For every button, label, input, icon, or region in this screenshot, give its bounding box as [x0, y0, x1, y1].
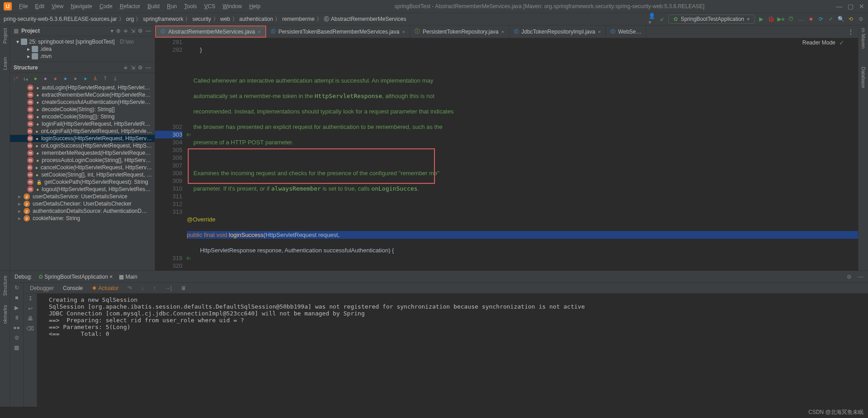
structure-field[interactable]: ▸pauthenticationDetailsSource: Authentic… [10, 207, 155, 215]
menu-window[interactable]: Window [220, 2, 245, 10]
tree-node[interactable]: .mvn [40, 53, 52, 59]
structure-method[interactable]: m●encodeCookie(String[]): String [10, 113, 155, 120]
autoscroll-icon[interactable]: ⤒ [102, 75, 109, 82]
tool-learn[interactable]: Learn [2, 57, 8, 70]
close-icon[interactable]: ✕ [859, 3, 864, 10]
structure-method[interactable]: m●decodeCookie(String): String[] [10, 106, 155, 113]
tool-structure[interactable]: Structure [2, 275, 8, 296]
print-icon[interactable]: 🖶 [28, 315, 33, 322]
show-props-icon[interactable]: ● [42, 75, 49, 82]
clear-icon[interactable]: ⌫ [26, 325, 34, 332]
collapse-icon[interactable]: ≑ [123, 64, 128, 71]
tab-console[interactable]: Console [63, 285, 83, 291]
gear-icon[interactable]: ⚙ [138, 28, 143, 34]
menu-tools[interactable]: Tools [181, 2, 200, 10]
minimize-icon[interactable]: — [836, 3, 842, 10]
user-icon[interactable]: 👤▾ [649, 15, 656, 23]
menu-refactor[interactable]: Refactor [117, 2, 143, 10]
rerun-button[interactable]: ↻ [15, 285, 19, 291]
menu-code[interactable]: Code [97, 2, 115, 10]
structure-field[interactable]: ▸puserDetailsChecker: UserDetailsChecker [10, 200, 155, 207]
run-button[interactable]: ▶ [757, 15, 765, 23]
gear-icon[interactable]: ⚙ [138, 64, 143, 71]
show-methods-icon[interactable]: ● [52, 75, 59, 82]
structure-method[interactable]: m●rememberMeRequested(HttpServletReque… [10, 149, 155, 157]
sync-icon[interactable]: ⟲ [847, 15, 854, 23]
commit-icon[interactable]: ✓ [827, 15, 834, 23]
structure-method[interactable]: m●loginSuccess(HttpServletRequest, HttpS… [10, 135, 155, 142]
crumb[interactable]: rememberme [282, 16, 314, 22]
tab-active[interactable]: ⓒAbstractRememberMeServices.java× [155, 25, 266, 38]
scroll-to-end-icon[interactable]: ↧ [28, 295, 33, 302]
structure-method[interactable]: m●onLoginFail(HttpServletRequest, HttpSe… [10, 128, 155, 135]
menu-run[interactable]: Run [164, 2, 180, 10]
collapse-icon[interactable]: ≑ [123, 28, 128, 34]
expand-icon[interactable]: ⇲ [131, 64, 135, 71]
breadcrumb[interactable]: pring-security-web-5.3.6.RELEASE-sources… [4, 15, 406, 23]
structure-method[interactable]: m●logout(HttpServletRequest, HttpServlet… [10, 186, 155, 193]
project-tree[interactable]: ▾25: springboot-test [springBootTest] D:… [10, 36, 155, 62]
stop-button[interactable]: ■ [15, 295, 18, 301]
menu-file[interactable]: File [16, 2, 30, 10]
debug-button[interactable]: 🐞 [767, 15, 775, 23]
chevron-down-icon[interactable]: ▾ [111, 28, 113, 34]
tool-bookmarks[interactable]: okmarks [2, 305, 8, 324]
close-tab-icon[interactable]: × [598, 29, 600, 34]
console-output[interactable]: Creating a new SqlSession SqlSession [or… [37, 294, 868, 407]
view-breakpoints-button[interactable]: ●● [13, 325, 20, 331]
menu-help[interactable]: Help [246, 2, 263, 10]
autoscroll-from-icon[interactable]: ⤓ [112, 75, 119, 82]
menu-navigate[interactable]: Navigate [68, 2, 95, 10]
pause-button[interactable]: ⏸ [14, 315, 20, 321]
tab-debugger[interactable]: Debugger [30, 285, 54, 291]
close-tab-icon[interactable]: × [501, 29, 504, 34]
menu-vcs[interactable]: VCS [201, 2, 218, 10]
source[interactable]: } Called whenever an interactive authent… [187, 38, 858, 270]
run-to-cursor-icon[interactable]: →| [165, 285, 171, 291]
tab[interactable]: ⓒJdbcTokenRepositoryImpl.java× [509, 25, 606, 38]
tree-node[interactable]: .idea [40, 46, 52, 52]
structure-method[interactable]: m●extractRememberMeCookie(HttpServletRe… [10, 91, 155, 98]
run-config-selector[interactable]: ✿ SpringBootTestApplication ▾ [668, 15, 755, 24]
crumb[interactable]: AbstractRememberMeServices [331, 16, 406, 22]
tool-database[interactable]: Database [861, 67, 866, 88]
step-into-icon[interactable]: ↓ [141, 285, 144, 291]
tab[interactable]: ⓒPersistentTokenBasedRememberMeServices.… [266, 25, 410, 38]
layout-button[interactable]: ▦ [14, 344, 19, 351]
hide-icon[interactable]: — [858, 274, 863, 280]
maximize-icon[interactable]: ▢ [848, 3, 853, 10]
crumb[interactable]: org [126, 16, 134, 22]
build-icon[interactable]: ↙ [658, 15, 666, 23]
structure-method[interactable]: m●onLoginSuccess(HttpServletRequest, Htt… [10, 142, 155, 149]
crumb[interactable]: web [220, 16, 230, 22]
structure-method[interactable]: m●cancelCookie(HttpServletRequest, HttpS… [10, 164, 155, 171]
expand-icon[interactable]: ⇲ [131, 28, 135, 34]
soft-wrap-icon[interactable]: ↩ [28, 305, 33, 312]
structure-method[interactable]: m🔒getCookiePath(HttpServletRequest): Str… [10, 178, 155, 186]
structure-field[interactable]: ▸puserDetailsService: UserDetailsService [10, 193, 155, 200]
tab[interactable]: ⒾPersistentTokenRepository.java× [410, 25, 509, 38]
menu-build[interactable]: Build [145, 2, 162, 10]
attach-button[interactable]: … [797, 15, 805, 23]
show-anon-icon[interactable]: ● [72, 75, 79, 82]
tabs-dropdown[interactable]: ⋮ [844, 25, 858, 38]
evaluate-icon[interactable]: 🖩 [181, 285, 186, 291]
structure-method[interactable]: m●processAutoLoginCookie(String[], HttpS… [10, 157, 155, 164]
hide-icon[interactable]: — [146, 28, 151, 34]
step-out-icon[interactable]: ↑ [153, 285, 156, 291]
structure-field[interactable]: ▸pcookieName: String [10, 215, 155, 222]
show-inherited-icon[interactable]: ● [62, 75, 69, 82]
gear-icon[interactable]: ⚙ [847, 274, 852, 280]
show-fields-icon[interactable]: ● [32, 75, 39, 82]
resume-button[interactable]: ▶ [15, 305, 19, 311]
profile-button[interactable]: ⏱ [787, 15, 795, 23]
crumb[interactable]: springframework [143, 16, 183, 22]
close-tab-icon[interactable]: × [402, 29, 405, 34]
menu-edit[interactable]: Edit [32, 2, 47, 10]
project-root[interactable]: 25: springboot-test [springBootTest] [29, 39, 115, 45]
debug-session-tab[interactable]: ▦ Main [119, 274, 137, 280]
menu-view[interactable]: View [49, 2, 66, 10]
tool-maven[interactable]: m Maven [861, 28, 866, 49]
close-tab-icon[interactable]: × [258, 29, 260, 34]
sort-icon[interactable]: ↓ᵃ [12, 75, 19, 82]
